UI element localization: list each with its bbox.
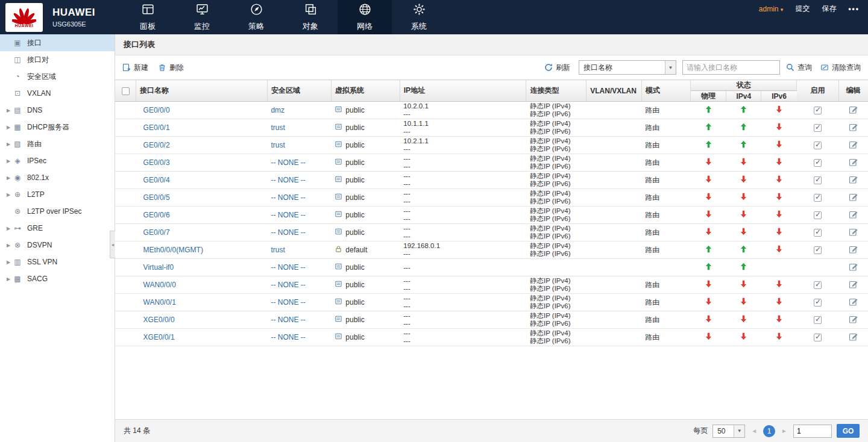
interface-name-link[interactable]: GE0/0/0: [143, 106, 170, 114]
per-page-select[interactable]: 50 ▼: [712, 425, 745, 438]
edit-button[interactable]: [849, 262, 858, 272]
commit-button[interactable]: 提交: [795, 4, 810, 14]
refresh-button[interactable]: 刷新: [544, 63, 570, 73]
go-button[interactable]: GO: [837, 424, 860, 438]
expand-arrow-icon[interactable]: ▶: [4, 142, 13, 147]
interface-name-link[interactable]: WAN0/0/1: [143, 298, 176, 307]
edit-button[interactable]: [849, 122, 858, 132]
enable-checkbox[interactable]: [814, 107, 822, 114]
sidebar-item-dsvpn[interactable]: ▶⊗DSVPN: [0, 237, 115, 254]
col-header-interface-name[interactable]: 接口名称: [136, 80, 268, 102]
edit-button[interactable]: [849, 175, 858, 184]
interface-name-link[interactable]: GE0/0/1: [143, 123, 170, 132]
enable-checkbox[interactable]: [814, 159, 822, 167]
enable-checkbox[interactable]: [814, 299, 822, 307]
new-button[interactable]: 新建: [122, 63, 148, 73]
expand-arrow-icon[interactable]: ▶: [4, 243, 13, 248]
sidebar-item-dot1x[interactable]: ▶◉802.1x: [0, 169, 115, 186]
edit-button[interactable]: [849, 297, 858, 307]
sidebar-item-security-zone[interactable]: ◔安全区域: [0, 68, 115, 85]
prev-page-button[interactable]: ◄: [750, 428, 758, 434]
next-page-button[interactable]: ►: [780, 428, 788, 434]
edit-button[interactable]: [849, 227, 858, 237]
sidebar-item-interface-pair[interactable]: ◫接口对: [0, 51, 115, 68]
sidebar-item-sacg[interactable]: ▶▩SACG: [0, 270, 115, 287]
edit-button[interactable]: [849, 244, 858, 254]
query-button[interactable]: 查询: [786, 63, 812, 73]
delete-button[interactable]: 删除: [158, 63, 184, 73]
enable-checkbox[interactable]: [814, 316, 822, 324]
sidebar-item-l2tp[interactable]: ▶⊕L2TP: [0, 186, 115, 203]
sidebar-item-route[interactable]: ▶▧路由: [0, 135, 115, 152]
sidebar-collapse-handle[interactable]: ◄: [110, 231, 115, 258]
interface-name-link[interactable]: GE0/0/7: [143, 228, 170, 237]
enable-checkbox[interactable]: [814, 176, 822, 184]
sidebar-item-vxlan[interactable]: ⊡VXLAN: [0, 85, 115, 102]
enable-checkbox[interactable]: [814, 142, 822, 149]
col-header-ipv6[interactable]: IPv6: [761, 91, 797, 102]
expand-arrow-icon[interactable]: ▶: [4, 125, 13, 130]
clear-query-button[interactable]: 清除查询: [820, 63, 861, 73]
interface-name-link[interactable]: GE0/0/4: [143, 176, 170, 184]
expand-arrow-icon[interactable]: ▶: [4, 226, 13, 231]
interface-name-link[interactable]: Virtual-if0: [143, 263, 174, 272]
edit-button[interactable]: [849, 279, 858, 289]
current-page-button[interactable]: 1: [763, 425, 775, 437]
enable-checkbox[interactable]: [814, 124, 822, 132]
sidebar-item-dhcp-server[interactable]: ▶▦DHCP服务器: [0, 119, 115, 135]
expand-arrow-icon[interactable]: ▶: [4, 108, 13, 113]
search-input[interactable]: [682, 60, 780, 75]
col-header-security-zone[interactable]: 安全区域: [267, 80, 331, 102]
enable-checkbox[interactable]: [814, 246, 822, 254]
goto-page-input[interactable]: [793, 425, 832, 438]
col-header-ip-address[interactable]: IP地址: [400, 80, 526, 102]
security-zone-link[interactable]: dmz: [271, 106, 285, 114]
interface-name-link[interactable]: GE0/0/5: [143, 193, 170, 202]
enable-checkbox[interactable]: [814, 194, 822, 202]
nav-tab-object[interactable]: 对象: [283, 0, 338, 34]
sidebar-item-dns[interactable]: ▶▤DNS: [0, 102, 115, 119]
sidebar-item-gre[interactable]: ▶⊶GRE: [0, 220, 115, 237]
sidebar-item-interface[interactable]: ▣接口: [0, 34, 115, 51]
nav-tab-policy[interactable]: 策略: [229, 0, 283, 34]
nav-tab-dashboard[interactable]: 面板: [121, 0, 175, 34]
security-zone-link[interactable]: trust: [271, 141, 285, 149]
col-header-mode[interactable]: 模式: [641, 80, 690, 102]
col-header-virtual-system[interactable]: 虚拟系统: [331, 80, 400, 102]
expand-arrow-icon[interactable]: ▶: [4, 158, 13, 164]
enable-checkbox[interactable]: [814, 229, 822, 237]
save-button[interactable]: 保存: [822, 4, 836, 14]
col-header-vlan-vxlan[interactable]: VLAN/VXLAN: [587, 80, 642, 102]
more-menu-icon[interactable]: •••: [848, 5, 860, 13]
expand-arrow-icon[interactable]: ▶: [4, 175, 13, 181]
sidebar-item-ssl-vpn[interactable]: ▶▥SSL VPN: [0, 254, 115, 270]
nav-tab-monitor[interactable]: 监控: [175, 0, 229, 34]
edit-button[interactable]: [849, 140, 858, 149]
enable-checkbox[interactable]: [814, 334, 822, 341]
edit-button[interactable]: [849, 314, 858, 324]
col-header-connection-type[interactable]: 连接类型: [526, 80, 587, 102]
edit-button[interactable]: [849, 210, 858, 219]
interface-name-link[interactable]: GE0/0/2: [143, 141, 170, 149]
edit-button[interactable]: [849, 105, 858, 114]
expand-arrow-icon[interactable]: ▶: [4, 276, 13, 282]
edit-button[interactable]: [849, 332, 858, 341]
sidebar-item-ipsec[interactable]: ▶◈IPSec: [0, 152, 115, 169]
filter-field-select[interactable]: 接口名称 ▼: [579, 60, 676, 75]
edit-button[interactable]: [849, 157, 858, 167]
expand-arrow-icon[interactable]: ▶: [4, 260, 13, 265]
sidebar-item-l2tp-over-ipsec[interactable]: ⊛L2TP over IPSec: [0, 203, 115, 220]
edit-button[interactable]: [849, 192, 858, 202]
interface-name-link[interactable]: XGE0/0/0: [143, 316, 175, 324]
nav-tab-system[interactable]: 系统: [392, 0, 446, 34]
user-menu[interactable]: admin ▾: [759, 5, 784, 13]
expand-arrow-icon[interactable]: ▶: [4, 192, 13, 198]
select-all-checkbox[interactable]: [122, 87, 130, 95]
interface-name-link[interactable]: XGE0/0/1: [143, 333, 175, 341]
enable-checkbox[interactable]: [814, 211, 822, 219]
nav-tab-network[interactable]: 网络: [338, 0, 392, 34]
interface-name-link[interactable]: GE0/0/6: [143, 211, 170, 219]
interface-name-link[interactable]: GE0/0/3: [143, 158, 170, 167]
security-zone-link[interactable]: trust: [271, 246, 285, 254]
col-header-ipv4[interactable]: IPv4: [726, 91, 761, 102]
